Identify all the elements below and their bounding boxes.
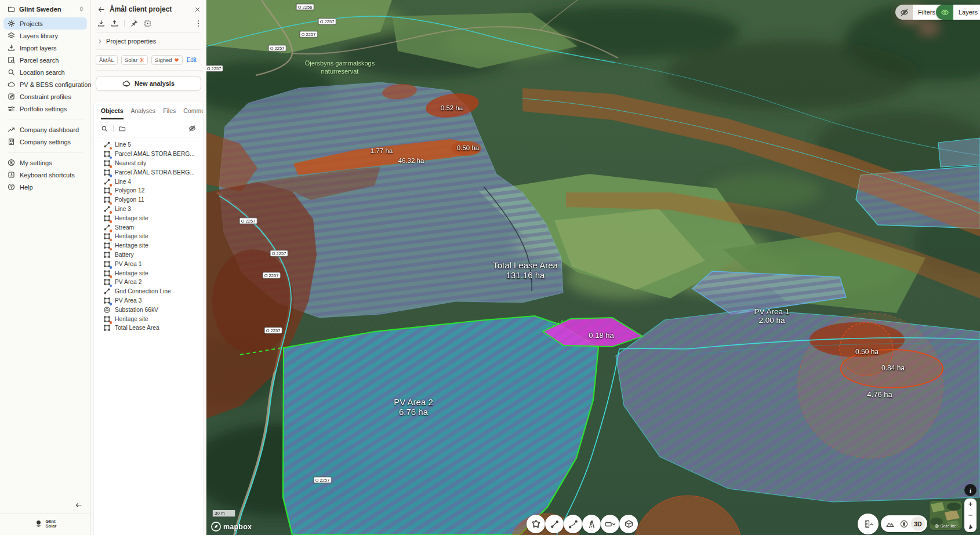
- zoom-in-button[interactable]: +: [964, 499, 977, 509]
- upload-icon[interactable]: [111, 20, 118, 27]
- sidebar-item-my-settings[interactable]: My settings: [3, 157, 87, 169]
- 3d-label: 3D: [914, 521, 921, 527]
- workspace-switcher[interactable]: Glint Sweden: [0, 0, 90, 17]
- object-row-line-4[interactable]: Line 4: [94, 177, 203, 186]
- polygon-geometry-icon: [103, 324, 111, 332]
- minimap[interactable]: Satellite: [930, 501, 962, 530]
- filters-label: Filters: [918, 9, 935, 16]
- object-row-battery[interactable]: Battery: [94, 250, 203, 260]
- parcel-search-icon: [8, 56, 15, 64]
- shape-tool-button[interactable]: [601, 515, 619, 533]
- chevron-updown-icon[interactable]: [78, 5, 85, 13]
- project-title: Åmål client project: [110, 5, 190, 13]
- close-icon[interactable]: [194, 6, 201, 13]
- object-row-substation[interactable]: Substation 66kV: [94, 305, 203, 314]
- analysis-cloud-icon: [122, 79, 130, 88]
- sidebar-item-help[interactable]: Help: [3, 181, 87, 193]
- 3d-mode-button[interactable]: 3D: [911, 516, 925, 531]
- object-row-heritage-site[interactable]: Heritage site: [94, 241, 203, 250]
- sidebar-item-label: Company settings: [20, 139, 71, 145]
- more-options-icon[interactable]: [197, 20, 199, 27]
- new-analysis-button[interactable]: New analysis: [96, 76, 201, 91]
- object-row-polygon-12[interactable]: Polygon 12: [94, 186, 203, 195]
- object-row-stream[interactable]: Stream: [94, 223, 203, 232]
- sidebar-item-company-dashboard[interactable]: Company dashboard: [3, 123, 87, 136]
- sidebar-item-label: Location search: [20, 69, 65, 76]
- draw-road-button[interactable]: [582, 515, 601, 533]
- object-row-heritage-site[interactable]: Heritage site: [94, 213, 203, 223]
- tab-comments[interactable]: Comments: [183, 107, 204, 119]
- tab-analyses[interactable]: Analyses: [131, 107, 156, 119]
- sidebar-item-layers-library[interactable]: Layers library: [3, 30, 87, 42]
- tab-objects[interactable]: Objects: [101, 107, 124, 119]
- object-row-nearest-city[interactable]: Nearest city: [94, 159, 203, 168]
- zoom-out-button[interactable]: −: [964, 510, 977, 521]
- draw-line-button[interactable]: [545, 515, 564, 533]
- draw-path-button[interactable]: [564, 515, 582, 533]
- project-panel: Åmål client project Project properties Å…: [91, 0, 206, 535]
- sidebar-item-parcel-search[interactable]: Parcel search: [3, 54, 87, 66]
- object-row-grid-connection-line[interactable]: Grid Connection Line: [94, 287, 203, 296]
- tag-solar[interactable]: Solar: [121, 55, 148, 65]
- sidebar-item-pv-bess-configuration[interactable]: PV & BESS configuration: [3, 78, 87, 90]
- sidebar-item-import-layers[interactable]: Import layers: [3, 42, 87, 54]
- reset-bearing-button[interactable]: [964, 521, 977, 532]
- folder-icon: [8, 5, 15, 13]
- object-row-parcel[interactable]: Parcel ÅMÅL STORA BERG...: [94, 168, 203, 177]
- terrain-toggle-button[interactable]: [883, 516, 897, 531]
- object-row-line-3[interactable]: Line 3: [94, 205, 203, 214]
- layers-control: Layers: [936, 5, 980, 20]
- sidebar-item-projects[interactable]: Projects: [3, 17, 87, 30]
- object-row-parcel[interactable]: Parcel ÅMÅL STORA BERG...: [94, 150, 203, 159]
- map-canvas[interactable]: Öjersbyns gammalskogs naturreservat Tota…: [206, 0, 980, 535]
- project-properties-toggle[interactable]: Project properties: [91, 33, 206, 49]
- filters-visibility-button[interactable]: [895, 5, 913, 20]
- tab-files[interactable]: Files: [163, 107, 176, 119]
- glint-logo-icon: [34, 519, 43, 528]
- measure-tool-button[interactable]: [858, 514, 879, 534]
- toolbar-divider: [113, 125, 114, 132]
- polygon-geometry-icon: [103, 251, 111, 259]
- search-icon[interactable]: [101, 125, 108, 132]
- tag-label: Signed: [155, 57, 172, 63]
- object-row-heritage-site[interactable]: Heritage site: [94, 268, 203, 278]
- attribution-info-button[interactable]: i: [964, 484, 977, 496]
- download-icon[interactable]: [97, 20, 105, 27]
- tag-signed[interactable]: Signed: [151, 55, 183, 65]
- layers-button[interactable]: Layers: [953, 5, 980, 20]
- sidebar-item-company-settings[interactable]: Company settings: [3, 136, 87, 148]
- object-row-pv-area-2[interactable]: PV Area 2: [94, 278, 203, 287]
- edit-tags-link[interactable]: Edit: [187, 57, 197, 63]
- trend-up-icon: [8, 126, 15, 133]
- compass-button[interactable]: [897, 516, 911, 531]
- folder-icon[interactable]: [119, 125, 126, 132]
- cube-3d-button[interactable]: [619, 515, 638, 533]
- layers-visibility-button[interactable]: [936, 5, 953, 20]
- sidebar-item-portfolio-settings[interactable]: Portfolio settings: [3, 103, 87, 115]
- object-row-polygon-11[interactable]: Polygon 11: [94, 195, 203, 205]
- pin-icon[interactable]: [130, 20, 138, 27]
- sun-projects-icon: [8, 20, 15, 27]
- map-scene[interactable]: [206, 0, 980, 535]
- hide-all-eye-off-icon[interactable]: [188, 125, 196, 132]
- project-properties-label: Project properties: [106, 38, 156, 45]
- draw-polygon-button[interactable]: [527, 515, 545, 533]
- map-provider-logo[interactable]: mapbox: [211, 522, 252, 532]
- zoom-to-selection-icon[interactable]: [144, 20, 151, 27]
- object-row-pv-area-3[interactable]: PV Area 3: [94, 296, 203, 305]
- sidebar-item-keyboard-shortcuts[interactable]: Keyboard shortcuts: [3, 169, 87, 181]
- tag-label: ÅMÅL: [99, 57, 114, 63]
- sidebar-item-constraint-profiles[interactable]: Constraint profiles: [3, 90, 87, 103]
- object-row-line-5[interactable]: Line 5: [94, 140, 203, 150]
- object-row-pv-area-1[interactable]: PV Area 1: [94, 259, 203, 268]
- tag-amal[interactable]: ÅMÅL: [96, 55, 118, 65]
- back-arrow-icon[interactable]: [97, 6, 105, 13]
- object-row-heritage-site[interactable]: Heritage site: [94, 314, 203, 323]
- object-row-total-lease-area[interactable]: Total Lease Area: [94, 323, 203, 333]
- import-icon: [8, 44, 15, 52]
- sidebar-item-location-search[interactable]: Location search: [3, 66, 87, 78]
- object-row-heritage-site[interactable]: Heritage site: [94, 232, 203, 241]
- collapse-sidebar-icon[interactable]: [75, 501, 82, 509]
- sliders-icon: [8, 105, 15, 112]
- sidebar-item-label: Layers library: [20, 32, 58, 39]
